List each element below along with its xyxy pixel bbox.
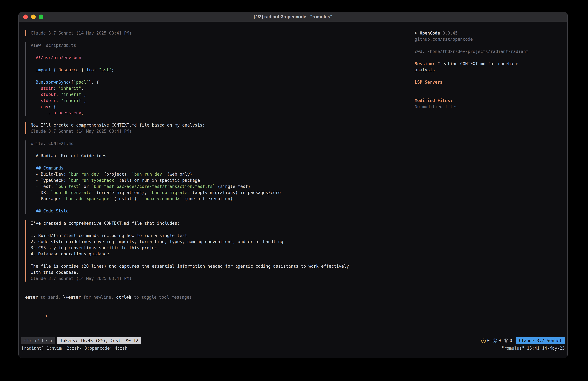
- text-segment: from: [86, 67, 96, 72]
- text-line: stdin: "inherit",: [31, 85, 114, 91]
- text-segment: (one-off execution): [182, 196, 233, 201]
- tmux-spacer: [127, 345, 502, 351]
- text-segment: "inherit": [61, 92, 84, 97]
- close-button[interactable]: [23, 15, 28, 19]
- text-segment: stderr: [41, 98, 56, 103]
- text-segment: `bun run dev`: [132, 172, 165, 177]
- sidebar-line: No modified files: [415, 104, 565, 110]
- sidebar-line: © OpenCode 0.0.45: [415, 30, 565, 36]
- text-line: 2. Code style guidelines covering import…: [31, 239, 349, 245]
- text-segment: [31, 80, 36, 85]
- text-segment: {: [51, 67, 58, 72]
- terminal-content: Claude 3.7 Sonnet (14 May 2025 03:41 PM)…: [19, 22, 567, 358]
- text-segment: - Test:: [31, 184, 56, 189]
- text-segment: Creating CONTEXT.md for codebase: [435, 61, 518, 66]
- help-badge[interactable]: ctrl+? help: [21, 337, 55, 344]
- text-segment: ,: [81, 111, 84, 115]
- sidebar-line: [415, 85, 565, 91]
- text-segment: stdout: [41, 92, 56, 97]
- text-line: [31, 147, 281, 153]
- text-segment: ,: [84, 92, 86, 97]
- keybinding-help: enter to send, \+enter for newline, ctrl…: [25, 294, 565, 300]
- text-line: [31, 48, 114, 55]
- prompt-input[interactable]: >: [25, 307, 565, 313]
- text-segment: - Package:: [31, 196, 63, 201]
- text-line: - DB: `bun db generate` (create migratio…: [31, 190, 281, 196]
- block-lines: Claude 3.7 Sonnet (14 May 2025 03:41 PM): [26, 30, 132, 36]
- text-line: ...process.env,: [31, 110, 114, 116]
- traffic-lights: [23, 12, 43, 22]
- tool-write-block: Write: CONTEXT.md # Radiant Project Guid…: [25, 140, 415, 214]
- block-accent-bar: [25, 140, 26, 214]
- text-segment: LSP Servers: [415, 80, 442, 85]
- text-segment: [96, 67, 99, 72]
- conversation: Claude 3.7 Sonnet (14 May 2025 03:41 PM)…: [25, 30, 415, 288]
- session-sidebar: © OpenCode 0.0.45github.com/sst/opencode…: [415, 30, 565, 288]
- text-segment: Modified Files:: [415, 98, 453, 103]
- text-segment: ©: [415, 31, 420, 36]
- text-segment: stdin: [41, 86, 53, 91]
- text-segment: ([: [69, 80, 74, 85]
- sidebar-line: [415, 73, 565, 79]
- text-line: 1. Build/lint/test commands including ho…: [31, 232, 349, 239]
- text-segment: :: [56, 92, 61, 97]
- terminal-window: [2/3] radiant:3:opencode - "romulus" Cla…: [18, 12, 568, 359]
- text-segment: Write: CONTEXT.md: [31, 141, 74, 146]
- info-icon: i: [493, 338, 497, 343]
- text-segment: process: [53, 111, 71, 115]
- text-segment: : {: [48, 104, 56, 109]
- text-segment: with this codebase.: [31, 270, 79, 275]
- text-segment: [31, 98, 41, 103]
- text-segment: 0.0.45: [440, 31, 458, 36]
- text-segment: (install),: [111, 196, 142, 201]
- text-segment: ], {: [89, 80, 99, 85]
- diagnostic-warning: w0: [481, 338, 490, 343]
- text-segment: 1. Build/lint/test commands including ho…: [31, 233, 187, 238]
- text-line: ## Code Style: [31, 208, 281, 214]
- sidebar-line: LSP Servers: [415, 79, 565, 85]
- window-title: [2/3] radiant:3:opencode - "romulus": [254, 14, 332, 19]
- text-segment: `bun db generate`: [51, 190, 94, 195]
- text-line: [31, 159, 281, 165]
- text-segment: env: [74, 111, 81, 115]
- block-accent-bar: [25, 30, 26, 36]
- text-segment: (web only): [165, 172, 192, 177]
- minimize-button[interactable]: [31, 15, 36, 19]
- text-segment: .: [71, 111, 74, 115]
- text-line: I've created a comprehensive CONTEXT.md …: [31, 220, 349, 226]
- zoom-button[interactable]: [39, 15, 43, 19]
- tokens-cost-badge: Tokens: 16.4K (8%), Cost: $0.12: [57, 337, 141, 344]
- text-segment: "inherit": [61, 98, 84, 103]
- text-segment: `bun db migrate`: [149, 190, 190, 195]
- tmux-window-list[interactable]: [radiant] 1:nvim 2:zsh- 3:opencode* 4:zs…: [21, 345, 127, 351]
- text-segment: `bun add <package>`: [63, 196, 111, 201]
- block-lines: I've created a comprehensive CONTEXT.md …: [26, 220, 349, 282]
- text-line: [31, 73, 114, 79]
- text-segment: `bun run typecheck`: [69, 178, 117, 183]
- text-segment: \+enter: [63, 295, 81, 300]
- text-segment: # Radiant Project Guidelines: [31, 153, 106, 158]
- text-segment: (apply migrations) in packages/core: [190, 190, 281, 195]
- text-segment: (create migrations),: [94, 190, 149, 195]
- text-line: stdout: "inherit",: [31, 91, 114, 97]
- text-segment: cwd: /home/thdxr/dev/projects/radiant/ra…: [415, 49, 528, 54]
- block-lines: Now I'll create a comprehensive CONTEXT.…: [26, 122, 205, 134]
- diagnostic-info: i0: [493, 338, 501, 343]
- text-segment: `bun test`: [56, 184, 81, 189]
- text-line: Claude 3.7 Sonnet (14 May 2025 03:41 PM): [31, 30, 132, 36]
- opencode-body: Claude 3.7 Sonnet (14 May 2025 03:41 PM)…: [21, 30, 565, 288]
- sidebar-line: Session: Creating CONTEXT.md for codebas…: [415, 61, 565, 67]
- text-segment: "sst": [99, 67, 111, 72]
- block-lines: View: script/db.ts #!/usr/bin/env bun im…: [26, 42, 114, 116]
- lsp-diagnostics: w0i0h0: [481, 338, 512, 343]
- text-segment: Claude 3.7 Sonnet (14 May 2025 03:41 PM): [31, 129, 132, 134]
- tool-view-block: View: script/db.ts #!/usr/bin/env bun im…: [25, 42, 415, 116]
- text-segment: for newline,: [81, 295, 116, 300]
- text-segment: ,: [84, 98, 86, 103]
- input-separator: [21, 302, 565, 302]
- assistant-message-block: Now I'll create a comprehensive CONTEXT.…: [25, 122, 415, 134]
- text-segment: The file is concise (20 lines) and captu…: [31, 264, 349, 269]
- model-badge[interactable]: Claude 3.7 Sonnet: [516, 337, 565, 344]
- sidebar-line: [415, 42, 565, 48]
- text-segment: (all) or run in specific package: [117, 178, 200, 183]
